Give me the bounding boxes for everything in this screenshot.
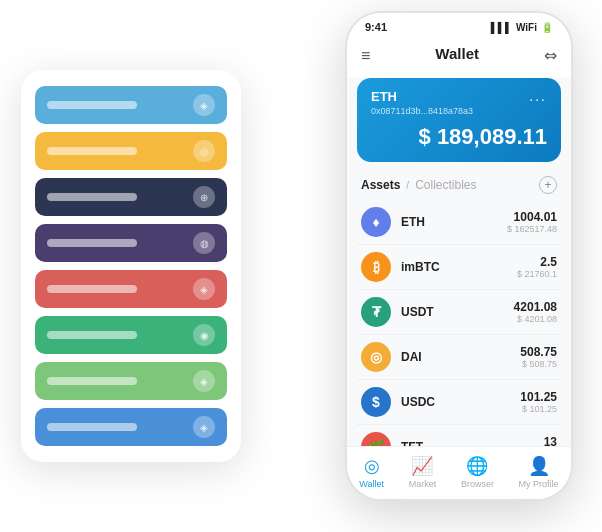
card-row[interactable]: ◈ <box>35 362 227 400</box>
card-icon: ◎ <box>193 140 215 162</box>
asset-name: USDT <box>401 305 504 319</box>
nav-profile[interactable]: 👤 My Profile <box>519 455 559 489</box>
card-label <box>47 331 137 339</box>
hamburger-icon[interactable]: ≡ <box>361 47 370 65</box>
asset-amounts: 2.5$ 21760.1 <box>517 255 557 279</box>
card-icon: ◈ <box>193 278 215 300</box>
card-row[interactable]: ◉ <box>35 316 227 354</box>
asset-name: DAI <box>401 350 510 364</box>
asset-amount-main: 101.25 <box>520 390 557 404</box>
card-icon: ◈ <box>193 416 215 438</box>
asset-item[interactable]: ₮USDT4201.08$ 4201.08 <box>357 290 561 335</box>
market-nav-label: Market <box>409 479 437 489</box>
bottom-nav: ◎ Wallet 📈 Market 🌐 Browser 👤 My Profile <box>347 446 571 499</box>
tab-assets[interactable]: Assets <box>361 178 400 192</box>
card-icon: ◈ <box>193 94 215 116</box>
eth-card-coin: ETH <box>371 89 397 104</box>
card-icon: ◍ <box>193 232 215 254</box>
eth-card[interactable]: ETH ... 0x08711d3b...8418a78a3 $ 189,089… <box>357 78 561 162</box>
asset-amount-usd: $ 4201.08 <box>514 314 557 324</box>
tab-separator: / <box>406 180 409 191</box>
asset-name: ETH <box>401 215 497 229</box>
card-label <box>47 101 137 109</box>
asset-icon: ₮ <box>361 297 391 327</box>
asset-item[interactable]: 🌿TFT130 <box>357 425 561 446</box>
status-bar: 9:41 ▌▌▌ WiFi 🔋 <box>347 13 571 37</box>
wallet-nav-label: Wallet <box>359 479 384 489</box>
asset-icon: $ <box>361 387 391 417</box>
asset-name: USDC <box>401 395 510 409</box>
asset-icon: ◎ <box>361 342 391 372</box>
card-row[interactable]: ◈ <box>35 270 227 308</box>
card-row[interactable]: ⊕ <box>35 178 227 216</box>
asset-amount-main: 508.75 <box>520 345 557 359</box>
phone: 9:41 ▌▌▌ WiFi 🔋 ≡ Wallet ⇔ ETH ... 0x087… <box>345 11 573 501</box>
market-nav-icon: 📈 <box>411 455 433 477</box>
asset-amounts: 101.25$ 101.25 <box>520 390 557 414</box>
asset-amounts: 1004.01$ 162517.48 <box>507 210 557 234</box>
card-label <box>47 377 137 385</box>
asset-amount-main: 4201.08 <box>514 300 557 314</box>
card-label <box>47 285 137 293</box>
browser-nav-icon: 🌐 <box>466 455 488 477</box>
card-label <box>47 193 137 201</box>
asset-item[interactable]: $USDC101.25$ 101.25 <box>357 380 561 425</box>
status-icons: ▌▌▌ WiFi 🔋 <box>491 22 553 33</box>
phone-header: ≡ Wallet ⇔ <box>347 37 571 78</box>
profile-nav-label: My Profile <box>519 479 559 489</box>
eth-card-menu[interactable]: ... <box>529 88 547 104</box>
asset-amount-usd: $ 162517.48 <box>507 224 557 234</box>
balance-value: $ 189,089.11 <box>419 124 547 149</box>
asset-item[interactable]: ♦ETH1004.01$ 162517.48 <box>357 200 561 245</box>
card-icon: ⊕ <box>193 186 215 208</box>
asset-item[interactable]: ₿imBTC2.5$ 21760.1 <box>357 245 561 290</box>
asset-amount-usd: $ 21760.1 <box>517 269 557 279</box>
asset-amounts: 508.75$ 508.75 <box>520 345 557 369</box>
card-row[interactable]: ◎ <box>35 132 227 170</box>
card-label <box>47 423 137 431</box>
asset-icon: ₿ <box>361 252 391 282</box>
card-row[interactable]: ◈ <box>35 408 227 446</box>
assets-tabs-left: Assets / Collectibles <box>361 178 477 192</box>
nav-market[interactable]: 📈 Market <box>409 455 437 489</box>
signal-icon: ▌▌▌ <box>491 22 512 33</box>
nav-wallet[interactable]: ◎ Wallet <box>359 455 384 489</box>
scan-icon[interactable]: ⇔ <box>544 46 557 65</box>
browser-nav-label: Browser <box>461 479 494 489</box>
left-card-panel: ◈◎⊕◍◈◉◈◈ <box>21 70 241 462</box>
eth-card-address: 0x08711d3b...8418a78a3 <box>371 106 547 116</box>
phone-content: ETH ... 0x08711d3b...8418a78a3 $ 189,089… <box>347 78 571 446</box>
eth-card-balance: $ 189,089.11 <box>371 124 547 150</box>
asset-list: ♦ETH1004.01$ 162517.48₿imBTC2.5$ 21760.1… <box>347 200 571 446</box>
asset-item[interactable]: ◎DAI508.75$ 508.75 <box>357 335 561 380</box>
wifi-icon: WiFi <box>516 22 537 33</box>
nav-browser[interactable]: 🌐 Browser <box>461 455 494 489</box>
battery-icon: 🔋 <box>541 22 553 33</box>
asset-icon: 🌿 <box>361 432 391 446</box>
wallet-nav-icon: ◎ <box>364 455 380 477</box>
time-label: 9:41 <box>365 21 387 33</box>
page-title: Wallet <box>421 41 493 70</box>
asset-amount-main: 13 <box>544 435 557 446</box>
card-row[interactable]: ◈ <box>35 86 227 124</box>
asset-icon: ♦ <box>361 207 391 237</box>
card-icon: ◈ <box>193 370 215 392</box>
card-row[interactable]: ◍ <box>35 224 227 262</box>
asset-amount-usd: $ 101.25 <box>520 404 557 414</box>
card-label <box>47 147 137 155</box>
scene: ◈◎⊕◍◈◉◈◈ 9:41 ▌▌▌ WiFi 🔋 ≡ Wallet ⇔ ETH … <box>11 11 591 521</box>
card-icon: ◉ <box>193 324 215 346</box>
asset-amount-usd: $ 508.75 <box>520 359 557 369</box>
asset-amount-main: 1004.01 <box>507 210 557 224</box>
assets-tabs: Assets / Collectibles + <box>347 172 571 200</box>
asset-name: imBTC <box>401 260 507 274</box>
asset-amounts: 4201.08$ 4201.08 <box>514 300 557 324</box>
card-label <box>47 239 137 247</box>
eth-card-header: ETH ... <box>371 88 547 104</box>
profile-nav-icon: 👤 <box>528 455 550 477</box>
asset-amount-main: 2.5 <box>517 255 557 269</box>
add-asset-button[interactable]: + <box>539 176 557 194</box>
asset-amounts: 130 <box>544 435 557 446</box>
tab-collectibles[interactable]: Collectibles <box>415 178 476 192</box>
